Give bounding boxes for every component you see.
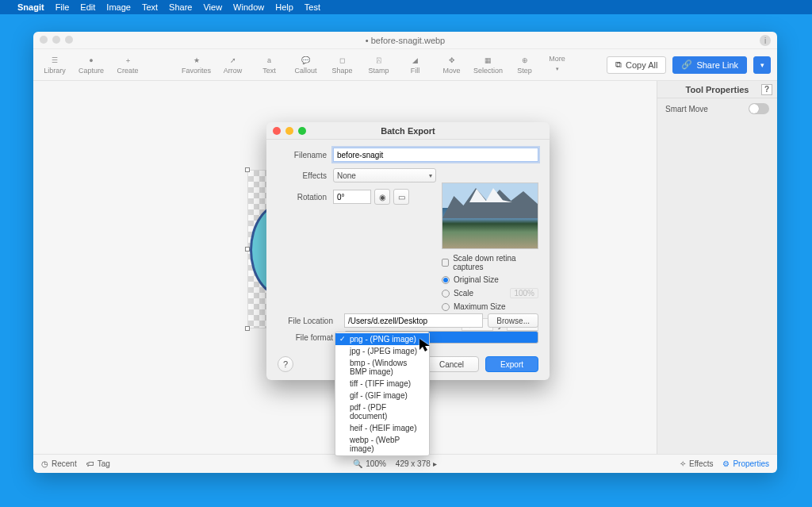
file-location-input[interactable] bbox=[344, 313, 483, 328]
dropdown-item[interactable]: png - (PNG image) bbox=[335, 333, 429, 345]
close-icon[interactable] bbox=[273, 127, 281, 135]
share-link-button[interactable]: 🔗 Share Link bbox=[672, 56, 747, 74]
tool-properties-panel: Tool Properties ? Smart Move bbox=[657, 81, 777, 454]
file-format-dropdown[interactable]: png - (PNG image) jpg - (JPEG image) bmp… bbox=[335, 332, 430, 456]
menubar-appname[interactable]: Snagit bbox=[17, 2, 44, 12]
tool-shape[interactable]: ◻Shape bbox=[327, 55, 358, 75]
filename-input[interactable] bbox=[333, 148, 538, 162]
radio-icon bbox=[442, 276, 450, 284]
create-button[interactable]: ＋ Create bbox=[113, 55, 143, 75]
zoom-indicator[interactable]: 🔍100% bbox=[353, 459, 386, 468]
scale-retina-checkbox[interactable]: Scale down retina captures bbox=[442, 254, 538, 271]
scale-radio[interactable]: Scale100% bbox=[442, 288, 538, 298]
clock-icon: ◷ bbox=[41, 459, 48, 468]
smart-move-label: Smart Move bbox=[665, 105, 708, 113]
rotation-input[interactable] bbox=[333, 190, 371, 204]
checkbox-icon bbox=[442, 259, 449, 267]
filename-label: Filename bbox=[278, 151, 333, 159]
dropdown-item[interactable]: heif - (HEIF image) bbox=[335, 422, 429, 434]
search-icon: 🔍 bbox=[353, 459, 362, 468]
smart-move-toggle[interactable] bbox=[749, 103, 769, 114]
callout-icon: 💬 bbox=[299, 55, 313, 66]
menu-help[interactable]: Help bbox=[275, 2, 293, 12]
statusbar: ◷Recent 🏷Tag 🔍100% 429 x 378 ▸ ✧Effects … bbox=[33, 454, 777, 473]
tag-button[interactable]: 🏷Tag bbox=[86, 459, 110, 468]
export-button[interactable]: Export bbox=[485, 356, 538, 372]
arrow-icon: ➚ bbox=[226, 55, 240, 66]
file-format-label: File format bbox=[278, 333, 339, 342]
help-button[interactable]: ? bbox=[278, 356, 293, 372]
record-icon: ● bbox=[84, 55, 98, 66]
minimize-icon[interactable] bbox=[52, 36, 60, 44]
copy-all-button[interactable]: ⧉ Copy All bbox=[607, 56, 666, 74]
dropdown-item[interactable]: tiff - (TIFF image) bbox=[335, 378, 429, 390]
info-icon[interactable]: i bbox=[760, 35, 771, 46]
dimensions-indicator[interactable]: 429 x 378 ▸ bbox=[396, 459, 437, 468]
menu-edit[interactable]: Edit bbox=[80, 2, 95, 12]
tool-favorites[interactable]: ★Favorites bbox=[181, 55, 213, 75]
window-title: • before-snagit.webp bbox=[366, 36, 445, 45]
menu-file[interactable]: File bbox=[56, 2, 70, 12]
resize-handle[interactable] bbox=[245, 247, 250, 252]
dropdown-item[interactable]: pdf - (PDF document) bbox=[335, 401, 429, 422]
original-size-radio[interactable]: Original Size bbox=[442, 275, 538, 284]
tool-selection[interactable]: ▦Selection bbox=[473, 55, 504, 75]
tool-callout[interactable]: 💬Callout bbox=[290, 55, 322, 75]
menu-view[interactable]: View bbox=[203, 2, 222, 12]
tool-step[interactable]: ⊕Step bbox=[509, 55, 541, 75]
rotation-preset-button[interactable]: ▭ bbox=[393, 189, 409, 205]
shape-icon: ◻ bbox=[335, 55, 350, 66]
gear-icon: ⚙ bbox=[722, 459, 730, 468]
library-button[interactable]: ☰ Library bbox=[40, 55, 70, 75]
radio-icon bbox=[442, 290, 450, 298]
tool-more[interactable]: More▾ bbox=[546, 55, 569, 75]
dropdown-item[interactable]: jpg - (JPEG image) bbox=[335, 345, 429, 357]
menu-icon: ☰ bbox=[48, 55, 62, 66]
tool-text[interactable]: aText bbox=[254, 55, 285, 75]
move-icon: ✥ bbox=[445, 55, 459, 66]
star-icon: ★ bbox=[190, 55, 204, 66]
zoom-icon[interactable] bbox=[65, 36, 73, 44]
wand-icon: ✧ bbox=[680, 459, 686, 468]
close-icon[interactable] bbox=[40, 36, 48, 44]
share-link-dropdown[interactable]: ▾ bbox=[753, 56, 771, 74]
rotation-dial[interactable]: ◉ bbox=[374, 189, 390, 205]
minimize-icon[interactable] bbox=[285, 127, 293, 135]
effects-select[interactable]: None▾ bbox=[333, 168, 436, 182]
menu-window[interactable]: Window bbox=[233, 2, 264, 12]
cancel-button[interactable]: Cancel bbox=[424, 356, 479, 372]
app-toolbar: ☰ Library ● Capture ＋ Create ★Favorites … bbox=[33, 49, 777, 81]
dropdown-item[interactable]: gif - (GIF image) bbox=[335, 390, 429, 401]
menu-text[interactable]: Text bbox=[142, 2, 158, 12]
tool-fill[interactable]: ◢Fill bbox=[400, 55, 431, 75]
capture-button[interactable]: ● Capture bbox=[76, 55, 106, 75]
zoom-icon[interactable] bbox=[298, 127, 306, 135]
chevron-down-icon: ▾ bbox=[550, 63, 565, 75]
preview-thumbnail bbox=[442, 182, 538, 249]
tool-strip: ★Favorites ➚Arrow aText 💬Callout ◻Shape … bbox=[143, 55, 607, 75]
plus-icon: ＋ bbox=[121, 55, 135, 66]
menu-share[interactable]: Share bbox=[169, 2, 192, 12]
menu-test[interactable]: Test bbox=[304, 2, 320, 12]
help-icon[interactable]: ? bbox=[761, 84, 772, 95]
effects-button[interactable]: ✧Effects bbox=[680, 459, 713, 468]
rotation-label: Rotation bbox=[278, 193, 333, 202]
browse-button[interactable]: Browse... bbox=[488, 313, 538, 328]
dropdown-item[interactable]: bmp - (Windows BMP image) bbox=[335, 357, 429, 378]
text-icon: a bbox=[262, 55, 277, 66]
selection-icon: ▦ bbox=[481, 55, 496, 66]
max-size-radio[interactable]: Maximum Size bbox=[442, 302, 538, 311]
recent-button[interactable]: ◷Recent bbox=[41, 459, 77, 468]
step-icon: ⊕ bbox=[518, 55, 532, 66]
tool-stamp[interactable]: ⍓Stamp bbox=[363, 55, 395, 75]
dropdown-item[interactable]: webp - (WebP image) bbox=[335, 434, 429, 455]
properties-button[interactable]: ⚙Properties bbox=[722, 459, 769, 468]
tool-move[interactable]: ✥Move bbox=[436, 55, 468, 75]
effects-label: Effects bbox=[278, 171, 333, 180]
window-titlebar: • before-snagit.webp i bbox=[33, 32, 777, 49]
resize-handle[interactable] bbox=[245, 326, 250, 331]
menu-image[interactable]: Image bbox=[106, 2, 131, 12]
tool-arrow[interactable]: ➚Arrow bbox=[217, 55, 249, 75]
resize-handle[interactable] bbox=[245, 167, 250, 172]
window-traffic-lights[interactable] bbox=[40, 36, 73, 44]
